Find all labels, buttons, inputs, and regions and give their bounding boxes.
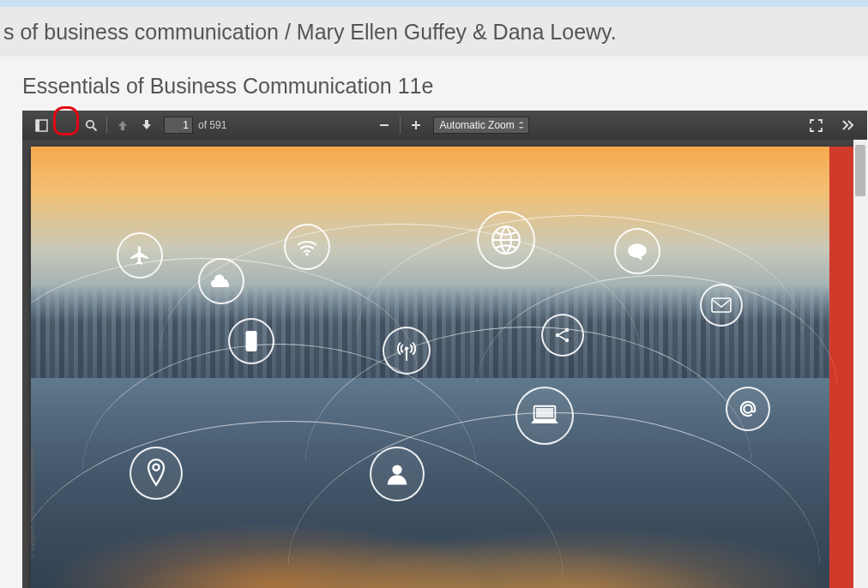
svg-point-15 [565, 339, 569, 342]
svg-point-2 [86, 120, 93, 127]
pdf-page-container: © Ekaphon maneechot/Shutterstock [22, 140, 867, 588]
breadcrumb-bar: s of business communication / Mary Ellen… [0, 7, 868, 57]
zoom-select-label: Automatic Zoom [439, 119, 514, 131]
breadcrumb-text: s of business communication / Mary Ellen… [3, 20, 617, 45]
find-button[interactable] [79, 113, 103, 137]
document-title: Essentials of Business Communication 11e [22, 74, 868, 99]
zoom-select[interactable]: Automatic Zoom [433, 117, 528, 134]
cover-node-at-icon [726, 387, 770, 431]
fullscreen-icon [810, 119, 823, 132]
image-credit: © Ekaphon maneechot/Shutterstock [31, 448, 36, 558]
arrow-up-icon [117, 119, 129, 131]
page-count-label: of 591 [198, 119, 226, 131]
chevron-double-right-icon [841, 119, 855, 131]
page-number-input[interactable] [164, 117, 193, 134]
scrollbar-thumb[interactable] [855, 145, 865, 196]
svg-rect-17 [536, 408, 553, 417]
zoom-out-button[interactable] [372, 113, 396, 137]
toolbar-separator [106, 117, 107, 134]
pdf-toolbar: of 591 Automatic Zoom [22, 111, 867, 140]
svg-point-7 [305, 253, 308, 255]
svg-rect-9 [712, 298, 731, 312]
cover-node-pin-icon [130, 447, 183, 500]
svg-point-19 [392, 465, 401, 474]
svg-rect-1 [36, 120, 39, 131]
svg-point-14 [565, 328, 569, 332]
cover-node-phone-icon [228, 318, 274, 364]
cover-node-cloud-icon [198, 258, 244, 304]
previous-page-button[interactable] [111, 113, 135, 137]
cover-node-mail-icon [700, 284, 743, 327]
minus-icon [378, 119, 390, 131]
toggle-sidebar-button[interactable] [29, 113, 53, 137]
top-accent-strip [0, 0, 868, 7]
zoom-in-button[interactable] [404, 113, 428, 137]
pdf-page[interactable]: © Ekaphon maneechot/Shutterstock [31, 147, 859, 588]
cover-node-wifi-icon [284, 224, 330, 270]
tools-menu-button[interactable] [836, 113, 860, 137]
scrollbar-track[interactable] [853, 140, 867, 588]
cover-node-share-icon [541, 314, 584, 357]
cover-node-user-icon [370, 447, 425, 501]
svg-point-18 [153, 465, 159, 471]
presentation-mode-button[interactable] [804, 113, 828, 137]
cover-node-antenna-icon [383, 327, 431, 375]
cover-node-globe-icon [477, 211, 535, 269]
pdf-viewer: of 591 Automatic Zoom [22, 111, 867, 588]
toolbar-separator [400, 117, 401, 134]
content-area: Essentials of Business Communication 11e [0, 57, 868, 588]
cover-node-laptop-icon [515, 387, 574, 445]
svg-rect-6 [415, 121, 417, 129]
svg-point-13 [556, 333, 559, 337]
search-icon [85, 119, 98, 132]
svg-line-3 [93, 127, 96, 130]
arrow-down-icon [141, 119, 153, 131]
cover-node-chat-icon [614, 228, 660, 274]
svg-rect-4 [380, 124, 389, 126]
sidebar-icon [35, 119, 48, 132]
next-page-button[interactable] [135, 113, 159, 137]
svg-rect-10 [246, 331, 257, 351]
cover-node-plane-icon [117, 232, 163, 279]
plus-icon [410, 119, 422, 131]
